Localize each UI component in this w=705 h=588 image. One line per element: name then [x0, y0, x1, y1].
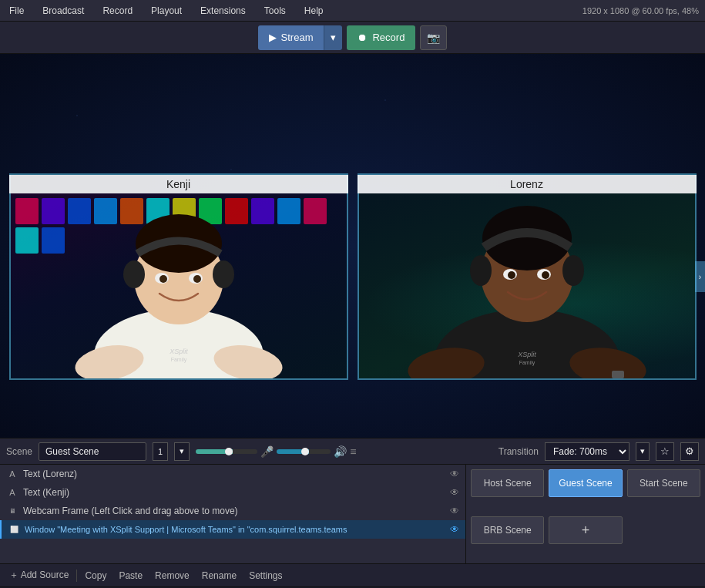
source-name-window: Window "Meeting with XSplit Support | Mi…	[25, 525, 445, 534]
kenji-figure: XSplit Family	[63, 193, 294, 378]
stream-button[interactable]: ▶ Stream	[258, 25, 324, 50]
text-icon: A	[6, 469, 18, 479]
remove-source-button[interactable]: Remove	[150, 569, 194, 583]
kenji-label-bar: Kenji	[9, 175, 348, 193]
lorenz-next-arrow[interactable]: ›	[695, 261, 706, 292]
shelf-item	[15, 227, 39, 254]
visibility-icon-window[interactable]: 👁	[450, 524, 459, 535]
resolution-display: 1920 x 1080 @ 60.00 fps, 48%	[582, 6, 699, 15]
bottom-panel: Scene 1 ▾ 🎤 🔊 ≡ Transition Fade: 700ms ▾…	[0, 438, 705, 586]
svg-point-13	[193, 275, 201, 283]
favorite-button[interactable]: ☆	[656, 442, 674, 461]
source-name-text-kenji: Text (Kenji)	[23, 487, 445, 498]
scene-name-input[interactable]	[39, 442, 146, 461]
add-icon: ＋	[9, 570, 18, 580]
sources-scenes-container: A Text (Lorenz) 👁 A Text (Kenji) 👁 🖥 Web…	[0, 465, 705, 563]
webcam-icon: 🖥	[6, 507, 18, 515]
mic-level-slider[interactable]	[196, 449, 257, 454]
paste-source-button[interactable]: Paste	[114, 569, 147, 583]
stream-icon: ▶	[269, 32, 277, 43]
lorenz-label-bar: Lorenz	[358, 175, 697, 193]
speaker-icon[interactable]: 🔊	[334, 445, 347, 458]
visibility-icon-webcam[interactable]: 👁	[450, 506, 459, 516]
mic-icon[interactable]: 🎤	[260, 445, 274, 458]
scene-number-dropdown[interactable]: ▾	[174, 442, 190, 461]
source-actions-bar: ＋ Add Source Copy Paste Remove Rename Se…	[0, 563, 705, 586]
guest-panels-container: Kenji	[9, 173, 697, 380]
source-item-webcam[interactable]: 🖥 Webcam Frame (Left Click and drag abov…	[0, 502, 465, 520]
transition-select[interactable]: Fade: 700ms	[545, 442, 629, 461]
shelf-item	[304, 198, 327, 224]
settings-source-button[interactable]: Settings	[244, 569, 287, 583]
screenshot-button[interactable]: 📷	[420, 25, 447, 50]
lorenz-name: Lorenz	[510, 178, 543, 190]
kenji-panel: Kenji	[9, 173, 348, 380]
host-scene-button[interactable]: Host Scene	[471, 469, 544, 497]
svg-point-23	[562, 255, 584, 286]
lorenz-figure: XSplit Family	[404, 193, 650, 378]
stream-dropdown-button[interactable]: ▾	[324, 25, 342, 50]
scene-label: Scene	[6, 446, 32, 457]
menu-playout[interactable]: Playout	[148, 4, 185, 18]
source-item-text-kenji[interactable]: A Text (Kenji) 👁	[0, 483, 465, 502]
svg-text:Family: Family	[519, 360, 535, 366]
scene-number-display[interactable]: 1	[153, 442, 168, 461]
equalizer-icon[interactable]: ≡	[350, 445, 356, 458]
menu-extensions[interactable]: Extensions	[197, 4, 249, 18]
scene-buttons-panel: Host Scene Guest Scene Start Scene BRB S…	[466, 465, 705, 563]
stream-btn-group: ▶ Stream ▾	[258, 25, 343, 50]
svg-text:XSplit: XSplit	[169, 348, 188, 355]
add-source-button[interactable]: ＋ Add Source	[5, 567, 73, 583]
shelf-item	[42, 227, 65, 254]
menu-bar: File Broadcast Record Playout Extensions…	[0, 0, 705, 22]
window-icon: ⬜	[8, 526, 20, 533]
shelf-item	[42, 198, 65, 224]
lorenz-content: XSplit Family	[359, 193, 695, 378]
transition-label: Transition	[499, 446, 539, 457]
transition-settings-button[interactable]: ▾	[636, 442, 650, 461]
source-name-webcam: Webcam Frame (Left Click and drag above …	[23, 506, 445, 516]
kenji-content: XSplit Family	[11, 193, 347, 378]
transition-extra-button[interactable]: ⚙	[680, 442, 699, 461]
menu-record[interactable]: Record	[99, 4, 136, 18]
stream-label: Stream	[281, 32, 314, 43]
svg-point-8	[123, 260, 145, 288]
record-label: Record	[372, 32, 405, 43]
svg-rect-28	[612, 371, 624, 378]
svg-point-26	[508, 271, 515, 279]
svg-point-12	[159, 275, 167, 283]
svg-point-27	[542, 271, 549, 279]
shelf-item	[15, 198, 39, 224]
add-scene-button[interactable]: +	[549, 516, 622, 544]
record-icon: ⏺	[358, 32, 368, 43]
rename-source-button[interactable]: Rename	[197, 569, 241, 583]
text-icon-kenji: A	[6, 488, 18, 497]
guest-scene-button[interactable]: Guest Scene	[549, 469, 622, 497]
scene-bar: Scene 1 ▾ 🎤 🔊 ≡ Transition Fade: 700ms ▾…	[0, 438, 705, 465]
copy-source-button[interactable]: Copy	[80, 569, 111, 583]
volume-slider[interactable]	[277, 449, 331, 454]
preview-area: Kenji	[0, 54, 705, 438]
action-separator	[76, 570, 77, 582]
menu-tools[interactable]: Tools	[261, 4, 289, 18]
camera-icon: 📷	[427, 32, 440, 44]
kenji-name: Kenji	[166, 178, 190, 190]
menu-broadcast[interactable]: Broadcast	[39, 4, 87, 18]
toolbar: ▶ Stream ▾ ⏺ Record 📷	[0, 22, 705, 54]
menu-help[interactable]: Help	[301, 4, 327, 18]
source-item-text-lorenz[interactable]: A Text (Lorenz) 👁	[0, 465, 465, 483]
visibility-icon-kenji[interactable]: 👁	[450, 487, 459, 498]
visibility-icon-lorenz[interactable]: 👁	[450, 469, 459, 479]
audio-controls: 🎤 🔊 ≡	[196, 445, 492, 458]
record-button[interactable]: ⏺ Record	[347, 25, 415, 50]
start-scene-button[interactable]: Start Scene	[627, 469, 700, 497]
sources-panel: A Text (Lorenz) 👁 A Text (Kenji) 👁 🖥 Web…	[0, 465, 466, 563]
menu-file[interactable]: File	[6, 4, 27, 18]
brb-scene-button[interactable]: BRB Scene	[471, 516, 544, 544]
kenji-background: XSplit Family	[11, 193, 347, 378]
source-name-text-lorenz: Text (Lorenz)	[23, 469, 445, 479]
svg-point-22	[470, 255, 492, 286]
svg-text:XSplit: XSplit	[517, 351, 536, 358]
svg-point-9	[213, 260, 234, 288]
source-item-window[interactable]: ⬜ Window "Meeting with XSplit Support | …	[0, 520, 465, 539]
